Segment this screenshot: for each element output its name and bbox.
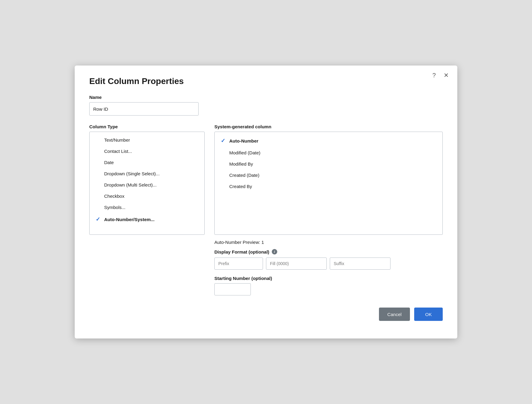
- column-type-dropdown-single[interactable]: Dropdown (Single Select)...: [90, 168, 204, 179]
- prefix-input[interactable]: [214, 258, 263, 270]
- format-inputs: [214, 258, 443, 270]
- auto-number-preview: Auto-Number Preview: 1: [214, 240, 443, 245]
- starting-number-label: Starting Number (optional): [214, 276, 443, 281]
- cancel-button[interactable]: Cancel: [379, 308, 410, 321]
- column-type-date[interactable]: Date: [90, 157, 204, 168]
- sysgen-created-date[interactable]: Created (Date): [215, 170, 442, 181]
- edit-column-properties-dialog: ? ✕ Edit Column Properties Name Column T…: [75, 66, 457, 338]
- dialog-header-icons: ? ✕: [431, 72, 450, 79]
- ok-button[interactable]: OK: [414, 308, 443, 321]
- info-icon[interactable]: i: [272, 249, 277, 254]
- sysgen-created-by[interactable]: Created By: [215, 181, 442, 192]
- help-button[interactable]: ?: [431, 72, 437, 79]
- display-format-row: Display Format (optional) i: [214, 249, 443, 254]
- close-button[interactable]: ✕: [442, 72, 450, 79]
- column-type-auto-number-system[interactable]: ✓ Auto-Number/System...: [90, 213, 204, 226]
- column-type-dropdown-multi[interactable]: Dropdown (Multi Select)...: [90, 179, 204, 190]
- column-type-text-number[interactable]: Text/Number: [90, 134, 204, 146]
- suffix-input[interactable]: [330, 258, 390, 270]
- checkmark-icon: ✓: [221, 137, 226, 144]
- system-generated-label: System-generated column: [214, 124, 443, 129]
- column-type-checkbox[interactable]: Checkbox: [90, 190, 204, 202]
- dialog-title: Edit Column Properties: [89, 76, 443, 86]
- name-input[interactable]: [89, 102, 199, 116]
- fill-input[interactable]: [266, 258, 327, 270]
- column-type-label: Column Type: [89, 124, 205, 129]
- column-type-contact-list[interactable]: Contact List...: [90, 146, 204, 157]
- column-type-listbox: Text/Number Contact List... Date Dropdow…: [89, 132, 205, 235]
- system-generated-listbox: ✓ Auto-Number Modified (Date) Modified B…: [214, 132, 443, 235]
- system-generated-section: System-generated column ✓ Auto-Number Mo…: [214, 124, 443, 295]
- column-type-section: Column Type Text/Number Contact List... …: [89, 124, 205, 235]
- display-format-label: Display Format (optional): [214, 249, 269, 254]
- column-type-symbols[interactable]: Symbols...: [90, 202, 204, 213]
- columns-section: Column Type Text/Number Contact List... …: [89, 124, 443, 295]
- sysgen-modified-by[interactable]: Modified By: [215, 158, 442, 170]
- dialog-footer: Cancel OK: [89, 308, 443, 321]
- checkmark-icon: ✓: [96, 216, 101, 223]
- starting-number-input[interactable]: [214, 283, 251, 295]
- sysgen-auto-number[interactable]: ✓ Auto-Number: [215, 134, 442, 147]
- sysgen-modified-date[interactable]: Modified (Date): [215, 147, 442, 158]
- name-label: Name: [89, 95, 443, 100]
